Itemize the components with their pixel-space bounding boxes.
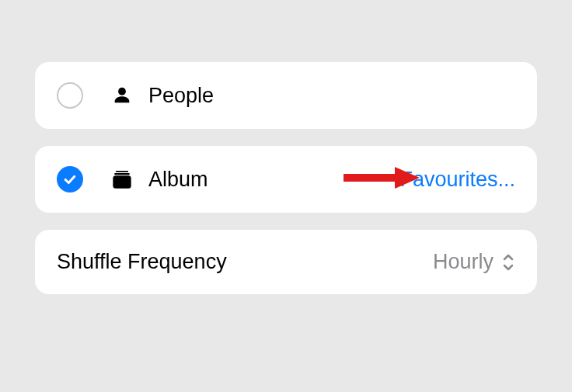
row-shuffle-frequency[interactable]: Shuffle Frequency Hourly (35, 230, 537, 294)
row-people[interactable]: People (35, 62, 537, 129)
shuffle-frequency-label: Shuffle Frequency (57, 250, 227, 274)
row-album-label: Album (148, 168, 399, 192)
album-icon (110, 168, 134, 190)
row-people-label: People (148, 84, 515, 108)
radio-checked-icon[interactable] (57, 166, 83, 193)
radio-unchecked-icon[interactable] (57, 82, 83, 109)
people-icon (110, 85, 134, 106)
shuffle-frequency-value: Hourly (433, 250, 494, 274)
svg-rect-3 (113, 175, 131, 188)
row-album[interactable]: Album Favourites... (35, 146, 537, 213)
svg-point-0 (118, 88, 126, 95)
album-link[interactable]: Favourites... (399, 168, 515, 192)
svg-rect-1 (116, 171, 128, 172)
chevron-up-down-icon[interactable] (501, 252, 515, 272)
svg-rect-2 (114, 173, 130, 175)
